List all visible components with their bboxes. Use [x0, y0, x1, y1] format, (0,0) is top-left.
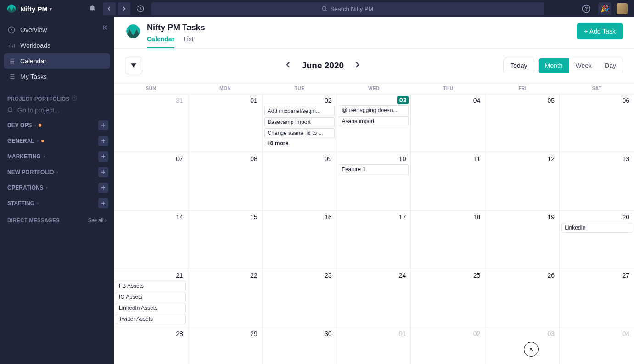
help-icon[interactable]: ? — [72, 95, 77, 102]
calendar-event[interactable]: Asana import — [339, 116, 409, 126]
nav-back-button[interactable] — [103, 2, 116, 15]
next-month-button[interactable] — [352, 60, 362, 72]
calendar-day[interactable]: 15 — [188, 211, 263, 269]
day-number: 03 — [397, 96, 409, 104]
whats-new-button[interactable]: 🎉 — [598, 2, 611, 15]
add-portfolio-item-button[interactable]: + — [98, 198, 108, 208]
calendar-day[interactable]: 03 — [485, 327, 560, 364]
calendar-event[interactable]: LinkedIn Assets — [116, 303, 186, 313]
portfolio-general[interactable]: GENERAL›+ — [0, 133, 114, 149]
calendar-day[interactable]: 11 — [411, 152, 485, 210]
calendar-day[interactable]: 16 — [263, 211, 337, 269]
calendar-day[interactable]: 02Add mixpanel/segm...Basecamp ImportCha… — [263, 94, 337, 152]
view-tabs: Calendar List — [147, 35, 577, 48]
calendar-day[interactable]: 07 — [114, 152, 188, 210]
calendar-day[interactable]: 01 — [337, 327, 411, 364]
calendar-day[interactable]: 24 — [337, 269, 411, 327]
calendar-day[interactable]: 14 — [114, 211, 188, 269]
history-button[interactable] — [134, 2, 147, 15]
calendar-day[interactable]: 01 — [188, 94, 263, 152]
calendar-day[interactable]: 04 — [411, 94, 485, 152]
portfolio-staffing[interactable]: STAFFING›+ — [0, 196, 114, 211]
tab-calendar[interactable]: Calendar — [147, 35, 174, 48]
view-week-button[interactable]: Week — [569, 58, 599, 73]
portfolio-operations[interactable]: OPERATIONS›+ — [0, 180, 114, 196]
portfolio-label: STAFFING — [7, 200, 34, 207]
calendar-day[interactable]: 10Feature 1 — [337, 152, 411, 210]
sidebar-item-label: Overview — [20, 26, 47, 34]
calendar-day[interactable]: 25 — [411, 269, 485, 327]
add-portfolio-item-button[interactable]: + — [98, 136, 108, 146]
search-input[interactable]: Search Nifty PM — [151, 2, 544, 15]
prev-month-button[interactable] — [283, 60, 293, 72]
calendar-day[interactable]: 03@usertagging doesn...Asana import — [337, 94, 411, 152]
calendar-day[interactable]: 31 — [114, 94, 188, 152]
calendar-day[interactable]: 05 — [485, 94, 560, 152]
calendar-day[interactable]: 22 — [188, 269, 263, 327]
notifications-button[interactable] — [88, 4, 96, 14]
today-button[interactable]: Today — [503, 58, 534, 73]
view-month-button[interactable]: Month — [539, 58, 569, 73]
calendar-day[interactable]: 27 — [560, 269, 634, 327]
calendar-day[interactable]: 30 — [263, 327, 337, 364]
calendar-day[interactable]: 17 — [337, 211, 411, 269]
calendar-day[interactable]: 04 — [560, 327, 634, 364]
portfolio-label: MARKETING — [7, 153, 41, 160]
calendar-day[interactable]: 21FB AssetsIG AssetsLinkedIn AssetsTwitt… — [114, 269, 188, 327]
calendar-day[interactable]: 06 — [560, 94, 634, 152]
calendar-day[interactable]: 09 — [263, 152, 337, 210]
nav-forward-button[interactable] — [118, 2, 130, 15]
calendar-day[interactable]: 18 — [411, 211, 485, 269]
calendar-event[interactable]: Basecamp Import — [264, 117, 335, 127]
calendar-day[interactable]: 12 — [485, 152, 560, 210]
calendar-day[interactable]: 08 — [188, 152, 263, 210]
top-bar: Nifty PM ▾ Search Nifty PM ? 🎉 — [0, 0, 634, 17]
calendar-event[interactable]: @usertagging doesn... — [339, 105, 409, 115]
portfolio-new-portfolio[interactable]: NEW PORTFOLIO›+ — [0, 164, 114, 180]
calendar-event[interactable]: IG Assets — [116, 292, 186, 302]
calendar-day[interactable]: 20LinkedIn — [560, 211, 634, 269]
calendar-day[interactable]: 28 — [114, 327, 188, 364]
calendar-event[interactable]: Change asana_id to ... — [264, 128, 335, 138]
direct-messages-label[interactable]: DIRECT MESSAGES › — [7, 218, 63, 223]
calendar-day[interactable]: 13 — [560, 152, 634, 210]
add-portfolio-item-button[interactable]: + — [98, 167, 108, 177]
collapse-sidebar-button[interactable] — [102, 24, 109, 33]
sidebar-nav: OverviewWorkloadsCalendarMy Tasks — [0, 17, 114, 89]
calendar-event[interactable]: LinkedIn — [561, 223, 632, 233]
sidebar-item-overview[interactable]: Overview — [0, 22, 114, 38]
user-avatar[interactable] — [617, 3, 628, 14]
help-button[interactable]: ? — [580, 2, 593, 15]
filter-button[interactable] — [125, 57, 142, 74]
view-day-button[interactable]: Day — [598, 58, 623, 73]
sidebar-item-workloads[interactable]: Workloads — [0, 38, 114, 53]
calendar-day[interactable]: 19 — [485, 211, 560, 269]
calendar-week: 28293001020304 — [114, 327, 634, 364]
sidebar-item-calendar[interactable]: Calendar — [4, 53, 110, 69]
add-portfolio-item-button[interactable]: + — [98, 183, 108, 193]
calendar-day[interactable]: 29 — [188, 327, 263, 364]
add-portfolio-item-button[interactable]: + — [98, 151, 108, 162]
more-events-link[interactable]: +6 more — [264, 139, 335, 147]
topbar-right: ? 🎉 — [580, 2, 628, 15]
add-task-button[interactable]: + Add Task — [577, 23, 623, 39]
project-search-input[interactable]: Go to project... — [0, 105, 114, 118]
calendar-weeks: 310102Add mixpanel/segm...Basecamp Impor… — [114, 94, 634, 364]
portfolio-dev-ops[interactable]: DEV OPS›+ — [0, 118, 114, 133]
calendar-day[interactable]: 02 — [411, 327, 485, 364]
sidebar-item-my-tasks[interactable]: My Tasks — [0, 69, 114, 84]
calendar-day[interactable]: 23 — [263, 269, 337, 327]
calendar-event[interactable]: Add mixpanel/segm... — [264, 106, 335, 116]
workspace-switcher[interactable]: Nifty PM ▾ — [20, 5, 52, 13]
calendar-day[interactable]: 26 — [485, 269, 560, 327]
portfolio-marketing[interactable]: MARKETING›+ — [0, 149, 114, 164]
add-portfolio-item-button[interactable]: + — [98, 120, 108, 130]
tab-list[interactable]: List — [184, 35, 194, 48]
calendar-event[interactable]: Feature 1 — [339, 164, 409, 174]
list-icon — [7, 73, 16, 81]
day-number: 25 — [413, 271, 483, 280]
calendar-event[interactable]: Twitter Assets — [116, 314, 186, 324]
calendar-event[interactable]: FB Assets — [116, 281, 186, 291]
day-number: 18 — [413, 213, 483, 222]
see-all-link[interactable]: See all › — [88, 218, 107, 223]
